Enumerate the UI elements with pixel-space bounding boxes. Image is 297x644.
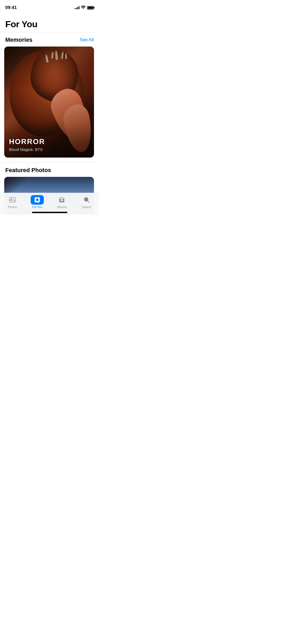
memory-card[interactable]: HORROR Blood Magick: BTS	[4, 47, 94, 158]
home-indicator	[32, 212, 67, 213]
photos-icon-wrapper	[6, 195, 19, 205]
tab-photos[interactable]: Photos	[3, 195, 22, 209]
see-all-memories-button[interactable]: See All	[80, 37, 94, 43]
for-you-tab-label: For You	[32, 205, 42, 209]
featured-photos-title: Featured Photos	[5, 167, 51, 174]
status-icons	[75, 6, 94, 10]
battery-icon	[87, 6, 94, 10]
tab-search[interactable]: Search	[77, 195, 96, 209]
search-tab-label: Search	[82, 205, 91, 209]
memory-subtitle: Blood Magick: BTS	[9, 147, 89, 152]
svg-rect-6	[36, 200, 39, 201]
for-you-icon	[34, 196, 41, 203]
featured-section-header: Featured Photos	[0, 163, 99, 177]
photo-dark-corner	[4, 177, 25, 193]
photos-icon	[9, 196, 16, 203]
wifi-icon	[81, 6, 86, 10]
albums-icon	[58, 196, 65, 203]
memory-card-text: HORROR Blood Magick: BTS	[4, 132, 94, 158]
svg-rect-4	[36, 199, 39, 199]
albums-tab-label: Albums	[57, 205, 67, 209]
memories-title: Memories	[5, 36, 32, 43]
svg-rect-5	[36, 200, 39, 200]
svg-line-10	[88, 201, 89, 203]
tab-bar: Photos For You Albums	[0, 193, 99, 215]
status-bar: 09:41	[0, 0, 99, 12]
memory-card-background: HORROR Blood Magick: BTS	[4, 47, 94, 158]
page-title: For You	[0, 12, 99, 32]
photos-tab-label: Photos	[8, 205, 17, 209]
memories-section-header: Memories See All	[0, 32, 99, 47]
status-time: 09:41	[5, 5, 17, 10]
search-icon-wrapper	[80, 195, 93, 205]
tab-albums[interactable]: Albums	[53, 195, 71, 209]
tab-for-you[interactable]: For You	[28, 195, 46, 209]
signal-icon	[75, 6, 79, 9]
search-icon	[83, 196, 90, 203]
albums-icon-wrapper	[55, 195, 68, 205]
memory-genre: HORROR	[9, 138, 89, 146]
for-you-icon-wrapper	[31, 195, 44, 205]
